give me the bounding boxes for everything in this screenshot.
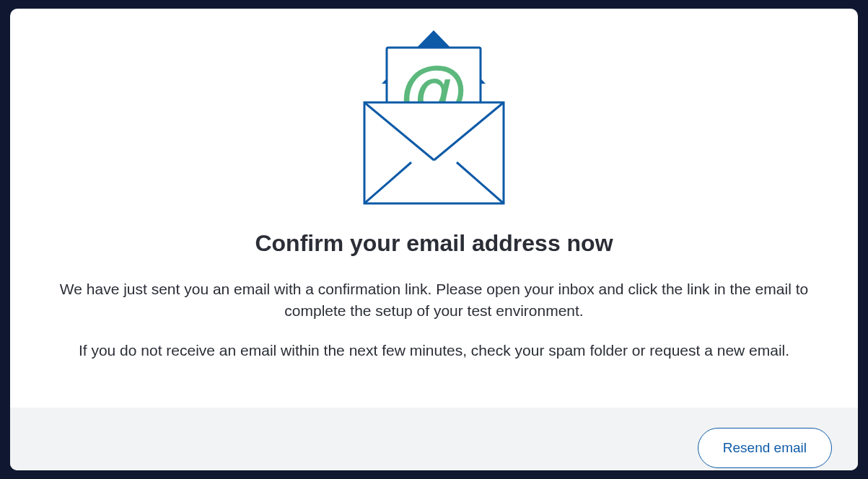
svg-rect-5	[364, 102, 504, 203]
resend-email-button[interactable]: Resend email	[698, 428, 832, 468]
modal-footer: Resend email	[10, 408, 858, 470]
confirm-email-modal: @ Confirm your email address now We have…	[10, 9, 858, 470]
modal-paragraph-1: We have just sent you an email with a co…	[45, 278, 824, 322]
envelope-at-icon: @	[356, 30, 512, 210]
modal-body: @ Confirm your email address now We have…	[10, 9, 858, 408]
modal-title: Confirm your email address now	[255, 230, 613, 257]
modal-paragraph-2: If you do not receive an email within th…	[79, 340, 789, 361]
